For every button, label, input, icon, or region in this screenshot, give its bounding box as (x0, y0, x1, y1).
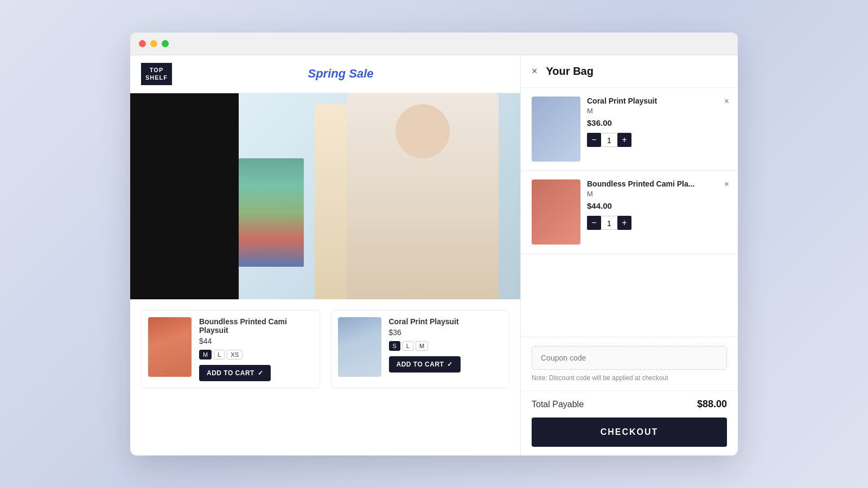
traffic-light-red[interactable] (139, 40, 146, 47)
coupon-section: Note: Discount code will be applied at c… (521, 337, 738, 391)
coupon-note: Note: Discount code will be applied at c… (532, 374, 727, 382)
traffic-light-green[interactable] (162, 40, 169, 47)
bag-item-price-1: $44.00 (587, 201, 727, 210)
product-card-0: Boundless Printed Cami Playsuit $44 M L … (141, 310, 320, 388)
add-to-cart-button-1[interactable]: ADD TO CART ✓ (389, 356, 461, 373)
qty-decrease-button-0[interactable]: − (587, 133, 601, 147)
store-logo: TOP SHELF (141, 63, 172, 85)
checkmark-icon-1: ✓ (447, 361, 453, 368)
bag-item-thumbnail-1 (532, 179, 580, 245)
traffic-light-yellow[interactable] (150, 40, 157, 47)
coupon-input[interactable] (541, 354, 718, 362)
qty-control-1: − 1 + (587, 216, 727, 230)
size-badge-S-1[interactable]: S (389, 341, 400, 351)
bag-item-remove-button-0[interactable]: × (724, 97, 729, 106)
hero-bg-dark (130, 93, 239, 299)
bag-close-button[interactable]: × (532, 66, 538, 77)
bag-item-1: Boundless Printed Cami Pla... M $44.00 −… (521, 171, 738, 254)
size-badges-1: S L M (389, 341, 503, 351)
bag-item-name-0: Coral Print Playsuit (587, 97, 727, 105)
bag-header: × Your Bag (521, 55, 738, 88)
size-badge-L-0[interactable]: L (214, 350, 225, 359)
qty-decrease-button-1[interactable]: − (587, 216, 601, 230)
size-badge-XS-0[interactable]: XS (227, 350, 242, 359)
product-name-0: Boundless Printed Cami Playsuit (199, 317, 313, 335)
bag-items-list: Coral Print Playsuit M $36.00 − 1 + × (521, 88, 738, 337)
bag-item-remove-button-1[interactable]: × (724, 179, 729, 189)
bag-item-price-0: $36.00 (587, 118, 727, 127)
bag-item-0: Coral Print Playsuit M $36.00 − 1 + × (521, 88, 738, 171)
model-figure (347, 93, 499, 299)
hero-image (130, 93, 520, 299)
bag-panel: × Your Bag Coral Print Playsuit M $36.00… (521, 55, 738, 455)
qty-control-0: − 1 + (587, 133, 727, 147)
qty-increase-button-1[interactable]: + (617, 216, 631, 230)
left-panel: TOP SHELF Spring Sale (130, 55, 521, 455)
total-amount: $88.00 (697, 399, 727, 410)
size-badge-M-0[interactable]: M (199, 350, 212, 359)
bag-item-info-0: Coral Print Playsuit M $36.00 − 1 + (587, 97, 727, 147)
store-header: TOP SHELF Spring Sale (130, 55, 520, 93)
checkmark-icon-0: ✓ (258, 369, 264, 377)
product-card-1: Coral Print Playsuit $36 S L M ADD TO CA… (331, 310, 510, 388)
total-row: Total Payable $88.00 (521, 391, 738, 418)
products-grid: Boundless Printed Cami Playsuit $44 M L … (130, 299, 520, 399)
product-info-1: Coral Print Playsuit $36 S L M ADD TO CA… (389, 317, 503, 373)
bag-item-size-0: M (587, 107, 727, 115)
qty-value-0: 1 (601, 133, 617, 147)
product-thumbnail-0 (148, 317, 192, 377)
product-price-1: $36 (389, 328, 503, 337)
browser-chrome (130, 33, 738, 55)
bag-item-thumbnail-0 (532, 97, 580, 162)
add-to-cart-button-0[interactable]: ADD TO CART ✓ (199, 365, 271, 381)
bag-item-name-1: Boundless Printed Cami Pla... (587, 179, 727, 188)
bag-title: Your Bag (546, 65, 593, 78)
size-badge-M-1[interactable]: M (416, 341, 428, 351)
product-thumbnail-1 (338, 317, 381, 377)
page-title: Spring Sale (172, 67, 509, 81)
total-label: Total Payable (532, 400, 584, 409)
size-badge-L-1[interactable]: L (403, 341, 413, 351)
qty-value-1: 1 (601, 216, 617, 230)
coupon-input-wrap (532, 346, 727, 370)
product-name-1: Coral Print Playsuit (389, 317, 503, 326)
model-face (395, 104, 450, 158)
clothes-rack-items (239, 158, 304, 267)
checkout-button[interactable]: CHECKOUT (532, 418, 727, 447)
bag-item-size-1: M (587, 190, 727, 198)
product-info-0: Boundless Printed Cami Playsuit $44 M L … (199, 317, 313, 381)
size-badges-0: M L XS (199, 350, 313, 359)
qty-increase-button-0[interactable]: + (617, 133, 631, 147)
bag-item-info-1: Boundless Printed Cami Pla... M $44.00 −… (587, 179, 727, 230)
product-price-0: $44 (199, 337, 313, 345)
